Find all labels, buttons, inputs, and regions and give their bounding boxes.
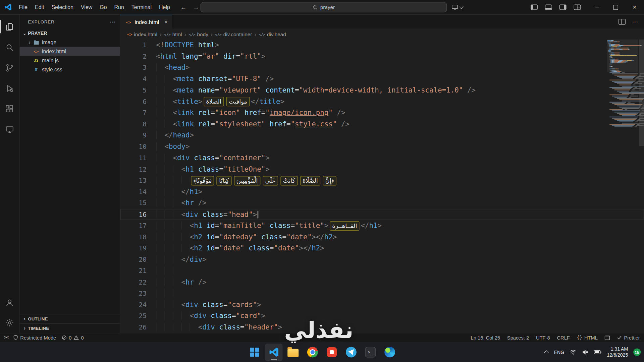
- menu-file[interactable]: File: [15, 2, 31, 12]
- search-sidebar-icon[interactable]: [0, 37, 19, 57]
- close-button[interactable]: ×: [625, 0, 644, 14]
- menu-go[interactable]: Go: [96, 2, 110, 12]
- breadcrumb-item-div-head[interactable]: </> div.head: [258, 32, 286, 37]
- indentation[interactable]: Spaces: 2: [507, 335, 529, 341]
- tray-expand-icon[interactable]: [544, 350, 549, 356]
- code-line[interactable]: 15 <hr />: [120, 197, 644, 209]
- formatter-item[interactable]: Prettier: [617, 335, 640, 341]
- remote-preview-icon[interactable]: [0, 119, 19, 139]
- back-arrow-icon[interactable]: ←: [180, 4, 186, 11]
- code-editor[interactable]: 1<!DOCTYPE html>2<html lang="ar" dir="rt…: [120, 40, 644, 333]
- code-line[interactable]: 25 <div class="card">: [120, 310, 644, 322]
- minimap[interactable]: [607, 40, 638, 128]
- maximize-button[interactable]: [606, 0, 625, 14]
- chrome-icon[interactable]: [304, 343, 321, 361]
- code-line[interactable]: 20 </div>: [120, 254, 644, 265]
- eol-sequence[interactable]: CRLF: [557, 335, 570, 341]
- menu-view[interactable]: View: [77, 2, 96, 12]
- toggle-sidebar-icon[interactable]: [531, 4, 538, 10]
- settings-gear-icon[interactable]: [0, 312, 19, 333]
- more-actions-icon[interactable]: ⋯: [632, 18, 638, 25]
- wifi-icon[interactable]: [570, 349, 577, 355]
- code-line[interactable]: 14 </h1>: [120, 186, 644, 197]
- code-line[interactable]: 19 <h2 id="date" class="date"></h2>: [120, 243, 644, 254]
- tab-index-html[interactable]: <> index.html ×: [120, 15, 172, 29]
- code-line[interactable]: 23: [120, 288, 644, 299]
- breadcrumb-item-file[interactable]: <> index.html: [127, 32, 158, 37]
- check-icon: [617, 335, 622, 340]
- breadcrumb-item-body[interactable]: </> body: [189, 32, 209, 37]
- code-line[interactable]: 13 مَوْقُوتًا﴾كِتَابًاالْمُؤْمِنِينَعَلَ…: [120, 175, 644, 186]
- menu-selection[interactable]: Selection: [48, 2, 77, 12]
- vscode-taskbar-icon[interactable]: [265, 343, 283, 361]
- scrollbar-thumb[interactable]: [639, 40, 644, 146]
- tree-item-index-html[interactable]: <> index.html: [20, 47, 120, 56]
- tree-item-style-css[interactable]: # style.css: [20, 65, 120, 74]
- restricted-mode-item[interactable]: Restricted Mode: [13, 335, 56, 341]
- code-token: rel: [198, 120, 211, 128]
- forward-arrow-icon[interactable]: →: [193, 4, 199, 11]
- input-language[interactable]: ENG: [554, 350, 565, 355]
- edge-browser-icon[interactable]: [381, 343, 398, 361]
- code-line[interactable]: 4 <meta charset="UTF-8" />: [120, 73, 644, 85]
- run-debug-icon[interactable]: [0, 78, 19, 99]
- remote-indicator[interactable]: ><: [4, 335, 8, 340]
- telegram-icon[interactable]: [342, 343, 360, 361]
- source-control-icon[interactable]: [0, 57, 19, 78]
- menu-run[interactable]: Run: [111, 2, 128, 12]
- code-line[interactable]: 12 <h1 class="titleOne">: [120, 164, 644, 175]
- timeline-section[interactable]: › TIMELINE: [20, 323, 120, 333]
- toggle-secondary-sidebar-icon[interactable]: [559, 4, 567, 10]
- account-icon[interactable]: [0, 292, 19, 312]
- code-line[interactable]: 9 </head>: [120, 130, 644, 141]
- language-mode[interactable]: {} HTML: [577, 335, 598, 341]
- code-line[interactable]: 7 <link rel="icon" href="image/icon.png"…: [120, 107, 644, 119]
- minimize-button[interactable]: [587, 0, 606, 14]
- code-line[interactable]: 21: [120, 265, 644, 277]
- folder-section-prayer[interactable]: ⌄ PRAYER: [20, 29, 120, 38]
- cursor-position[interactable]: Ln 16, Col 25: [471, 335, 500, 341]
- notification-badge[interactable]: 15: [633, 349, 641, 356]
- file-explorer-icon[interactable]: [284, 343, 302, 361]
- code-line[interactable]: 18 <h2 id="dateday" class="date"></h2>: [120, 231, 644, 243]
- breadcrumb-item-html[interactable]: </> html: [164, 32, 182, 37]
- menu-terminal[interactable]: Terminal: [128, 2, 155, 12]
- problems-item[interactable]: 0 0: [61, 335, 84, 341]
- code-line[interactable]: 6 <title>الصلاةمواقيت</title>: [120, 96, 644, 107]
- code-line[interactable]: 26 <div class="header">: [120, 321, 644, 333]
- code-line[interactable]: 3 <head>: [120, 62, 644, 73]
- code-line[interactable]: 2<html lang="ar" dir="rtl">: [120, 51, 644, 62]
- code-line[interactable]: 17 <h1 id="mainTitle" class="title">القـ…: [120, 220, 644, 231]
- code-line[interactable]: 1<!DOCTYPE html>: [120, 40, 644, 51]
- taskbar-clock[interactable]: 1:31 AM 12/6/2025: [607, 346, 628, 358]
- split-editor-icon[interactable]: [619, 19, 626, 24]
- outline-section[interactable]: › OUTLINE: [20, 314, 120, 323]
- code-line[interactable]: 5 <meta name="viewport" content="width=d…: [120, 84, 644, 96]
- code-line[interactable]: 10 <body>: [120, 141, 644, 153]
- breadcrumb-item-div-container[interactable]: </> div.container: [215, 32, 253, 37]
- tree-item-main-js[interactable]: JS main.js: [20, 56, 120, 65]
- encoding[interactable]: UTF-8: [536, 335, 550, 341]
- battery-icon[interactable]: [594, 350, 601, 355]
- code-line[interactable]: 11 <div class="container">: [120, 152, 644, 164]
- live-preview-item[interactable]: [605, 335, 610, 340]
- search-box[interactable]: prayer: [201, 2, 447, 12]
- explorer-actions-icon[interactable]: ⋯: [110, 18, 116, 25]
- tab-close-icon[interactable]: ×: [164, 19, 168, 25]
- code-line[interactable]: 22 <hr />: [120, 277, 644, 288]
- extensions-icon[interactable]: [0, 99, 19, 119]
- explorer-icon[interactable]: [0, 16, 19, 37]
- terminal-app-icon[interactable]: >_: [362, 343, 379, 361]
- code-line[interactable]: 8 <link rel="stylesheet" href="style.css…: [120, 118, 644, 130]
- layout-dropdown[interactable]: [452, 4, 463, 10]
- customize-layout-icon[interactable]: [574, 4, 581, 10]
- start-button[interactable]: [246, 343, 263, 361]
- menu-edit[interactable]: Edit: [31, 2, 48, 12]
- menu-help[interactable]: Help: [155, 2, 174, 12]
- code-line[interactable]: 16 <div class="head">: [120, 209, 644, 220]
- code-line[interactable]: 24 <div class="cards">: [120, 299, 644, 310]
- red-app-icon[interactable]: [323, 343, 340, 361]
- toggle-panel-icon[interactable]: [545, 4, 552, 10]
- tree-item-image[interactable]: › image: [20, 38, 120, 47]
- volume-icon[interactable]: [582, 349, 589, 355]
